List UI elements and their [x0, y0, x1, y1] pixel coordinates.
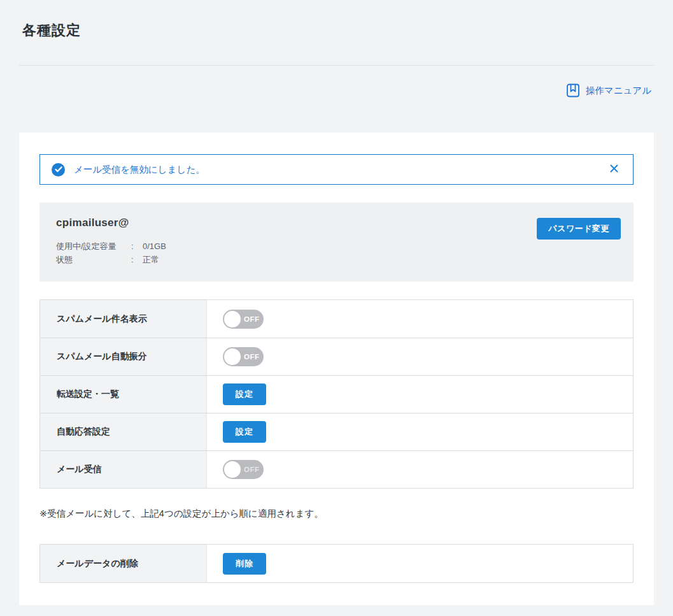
- check-circle-icon: [52, 163, 65, 176]
- row-label: メールデータの削除: [40, 545, 207, 582]
- row-forward-settings: 転送設定・一覧 設定: [40, 375, 633, 413]
- settings-note: ※受信メールに対して、上記4つの設定が上から順に適用されます。: [39, 508, 634, 520]
- auto-reply-settings-button[interactable]: 設定: [223, 421, 266, 443]
- status-value: 正常: [143, 253, 159, 266]
- toggle-knob: [224, 311, 241, 327]
- status-label: 状態: [56, 253, 131, 266]
- account-name: cpimailuser@: [56, 217, 621, 229]
- status-field: 状態 : 正常: [56, 253, 621, 266]
- row-mail-receive: メール受信 OFF: [40, 450, 633, 488]
- row-mail-data-delete: メールデータの削除 削除: [40, 545, 633, 582]
- row-label: 自動応答設定: [40, 413, 207, 450]
- status-separator: :: [131, 253, 143, 266]
- manual-book-icon: [566, 83, 580, 98]
- row-auto-reply: 自動応答設定 設定: [40, 413, 633, 450]
- row-spam-auto-sort: スパムメール自動振分 OFF: [40, 338, 633, 375]
- toggle-knob: [224, 461, 241, 478]
- row-label: 転送設定・一覧: [40, 376, 207, 413]
- close-icon: [609, 164, 619, 175]
- delete-table: メールデータの削除 削除: [39, 544, 634, 583]
- row-label: スパムメール件名表示: [40, 300, 207, 338]
- spam-subject-toggle[interactable]: OFF: [223, 310, 264, 329]
- manual-link-label: 操作マニュアル: [586, 85, 651, 97]
- toggle-state-label: OFF: [244, 353, 260, 361]
- spam-auto-sort-toggle[interactable]: OFF: [223, 347, 264, 366]
- page-header: 各種設定: [0, 0, 673, 40]
- usage-label: 使用中/設定容量: [56, 240, 131, 253]
- account-panel: cpimailuser@ 使用中/設定容量 : 0/1GB 状態 : 正常 パス…: [39, 203, 634, 282]
- row-control: 設定: [207, 413, 633, 450]
- password-change-button[interactable]: パスワード変更: [537, 218, 621, 240]
- manual-row: 操作マニュアル: [0, 66, 673, 133]
- mail-data-delete-button[interactable]: 削除: [223, 553, 266, 575]
- row-control: OFF: [207, 300, 633, 338]
- toggle-state-label: OFF: [244, 315, 260, 323]
- settings-table: スパムメール件名表示 OFF スパムメール自動振分 OFF 転送設定・一覧 設定: [39, 299, 634, 489]
- row-label: スパムメール自動振分: [40, 338, 207, 375]
- page-title: 各種設定: [22, 21, 654, 40]
- forward-settings-button[interactable]: 設定: [223, 383, 266, 405]
- usage-field: 使用中/設定容量 : 0/1GB: [56, 240, 621, 253]
- alert-message: メール受信を無効にしました。: [74, 164, 608, 176]
- usage-separator: :: [131, 240, 143, 253]
- row-control: OFF: [207, 338, 633, 375]
- account-fields: 使用中/設定容量 : 0/1GB 状態 : 正常: [56, 240, 621, 266]
- usage-value: 0/1GB: [143, 240, 166, 253]
- toggle-knob: [224, 348, 241, 365]
- toggle-state-label: OFF: [244, 466, 260, 473]
- row-label: メール受信: [40, 451, 207, 488]
- row-control: 設定: [207, 376, 633, 413]
- manual-link[interactable]: 操作マニュアル: [566, 83, 651, 98]
- mail-receive-toggle[interactable]: OFF: [223, 460, 264, 479]
- row-control: OFF: [207, 451, 633, 488]
- row-spam-subject-display: スパムメール件名表示 OFF: [40, 300, 633, 338]
- alert-close-button[interactable]: [608, 162, 620, 176]
- row-control: 削除: [207, 545, 633, 582]
- settings-card: メール受信を無効にしました。 cpimailuser@ 使用中/設定容量 : 0…: [19, 133, 654, 605]
- success-alert: メール受信を無効にしました。: [39, 154, 634, 185]
